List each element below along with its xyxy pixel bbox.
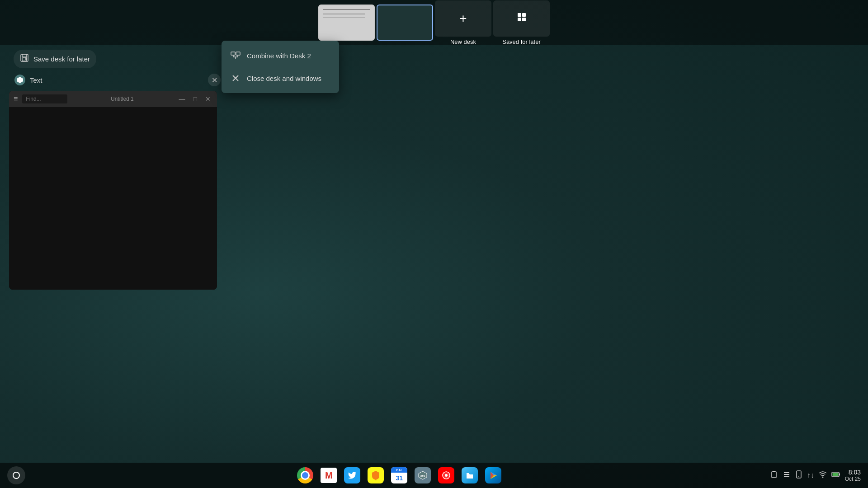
titlebar-doc-name: Untitled 1 — [72, 96, 172, 102]
twitter-icon — [344, 467, 360, 483]
svg-text:<t>: <t> — [420, 474, 425, 478]
text-editor-icon: <t> — [415, 467, 431, 483]
app-content-area — [9, 107, 217, 290]
svg-marker-12 — [17, 77, 23, 83]
taskbar-apps: CAL 31 <t> — [29, 465, 770, 486]
svg-point-31 — [822, 477, 823, 478]
svg-rect-34 — [832, 473, 838, 476]
desk-context-menu: Combine with Desk 2 Close desk and windo… — [222, 41, 339, 93]
close-desk-item[interactable]: Close desk and windows — [222, 67, 339, 89]
close-desk-label: Close desk and windows — [247, 75, 321, 82]
taskbar-files[interactable] — [459, 465, 481, 486]
svg-rect-25 — [773, 471, 775, 472]
svg-rect-11 — [26, 58, 27, 60]
plus-icon: + — [459, 12, 467, 25]
text-app-icon — [14, 75, 25, 85]
svg-rect-33 — [839, 474, 840, 476]
desktop: + New desk Saved for later — [0, 0, 868, 488]
text-app-title: Text — [30, 76, 203, 84]
desk1-slot — [318, 5, 375, 41]
taskbar-tray: ↑↓ 8:03 Oct 25 — [770, 469, 861, 482]
titlebar-search-input[interactable] — [22, 94, 67, 103]
window-close-button[interactable]: ✕ — [208, 74, 221, 86]
svg-rect-4 — [231, 52, 235, 55]
tray-time: 8:03 — [849, 469, 861, 476]
play-store-icon — [485, 467, 501, 483]
titlebar-menu-icon[interactable]: ≡ — [14, 95, 18, 103]
taskbar: CAL 31 <t> — [0, 463, 868, 488]
save-desk-icon — [20, 53, 29, 65]
taskbar-texteditor[interactable]: <t> — [412, 465, 434, 486]
text-app-window: ≡ Untitled 1 — □ ✕ — [9, 91, 217, 290]
tray-date: Oct 25 — [845, 476, 861, 482]
text-app-container: Text ✕ ≡ Untitled 1 — □ ✕ — [9, 70, 226, 290]
desk1-content — [319, 5, 374, 40]
svg-point-18 — [445, 474, 448, 477]
svg-rect-0 — [518, 13, 521, 17]
taskbar-chrome[interactable] — [294, 465, 316, 486]
youtube-music-icon — [438, 467, 454, 483]
menu-tray-icon[interactable] — [783, 470, 791, 480]
taskbar-twitter[interactable] — [341, 465, 363, 486]
keep-icon — [368, 467, 384, 483]
calendar-icon: CAL 31 — [391, 467, 407, 483]
svg-rect-2 — [518, 18, 521, 21]
app-titlebar: ≡ Untitled 1 — □ ✕ — [9, 91, 217, 107]
save-desk-button[interactable]: Save desk for later — [14, 50, 96, 68]
battery-tray-icon[interactable] — [831, 471, 840, 479]
svg-rect-24 — [772, 472, 776, 478]
combine-with-desk-label: Combine with Desk 2 — [247, 52, 311, 60]
desk2-empty — [377, 5, 432, 40]
gmail-icon — [321, 468, 337, 483]
launcher-button[interactable] — [7, 466, 25, 484]
close-x-icon — [231, 73, 241, 83]
taskbar-calendar[interactable]: CAL 31 — [388, 465, 410, 486]
minimize-button[interactable]: — — [177, 94, 187, 103]
titlebar-controls: — □ ✕ — [177, 94, 212, 103]
cal-header: CAL — [391, 467, 407, 473]
desk1-thumbnail[interactable] — [318, 5, 375, 41]
overview-bar: + New desk Saved for later — [0, 0, 868, 45]
new-desk-slot: + New desk — [435, 0, 491, 45]
launcher-circle-icon — [13, 472, 20, 479]
combine-with-desk-item[interactable]: Combine with Desk 2 — [222, 44, 339, 67]
app-window-header: Text ✕ — [9, 70, 226, 90]
svg-rect-3 — [522, 18, 526, 21]
close-window-button[interactable]: ✕ — [203, 94, 212, 103]
svg-rect-1 — [522, 13, 526, 17]
clipboard-tray-icon[interactable] — [770, 470, 778, 480]
tray-datetime[interactable]: 8:03 Oct 25 — [845, 469, 861, 482]
new-desk-button[interactable]: + — [435, 0, 491, 37]
desk2-slot — [377, 5, 433, 41]
cal-body: 31 — [391, 473, 407, 483]
svg-rect-9 — [22, 54, 27, 57]
saved-for-later-button[interactable] — [493, 0, 550, 37]
desk2-thumbnail[interactable] — [377, 5, 433, 41]
wifi-tray-icon[interactable] — [819, 471, 827, 480]
taskbar-playstore[interactable] — [482, 465, 504, 486]
saved-for-later-label: Saved for later — [502, 38, 541, 45]
maximize-button[interactable]: □ — [192, 94, 199, 103]
taskbar-keep[interactable] — [365, 465, 387, 486]
files-icon — [462, 467, 478, 483]
chrome-icon — [297, 467, 313, 483]
saved-grid-icon — [516, 12, 527, 25]
combine-desks-icon — [231, 51, 241, 61]
phone-tray-icon[interactable] — [795, 470, 802, 480]
svg-rect-5 — [236, 52, 240, 55]
network-tray-icon[interactable]: ↑↓ — [807, 471, 814, 479]
taskbar-youtube[interactable] — [435, 465, 457, 486]
svg-point-30 — [798, 476, 799, 477]
svg-rect-13 — [375, 480, 377, 480]
save-desk-label: Save desk for later — [33, 55, 90, 63]
new-desk-label: New desk — [450, 38, 476, 45]
taskbar-gmail[interactable] — [318, 465, 340, 486]
saved-for-later-slot: Saved for later — [493, 0, 550, 45]
